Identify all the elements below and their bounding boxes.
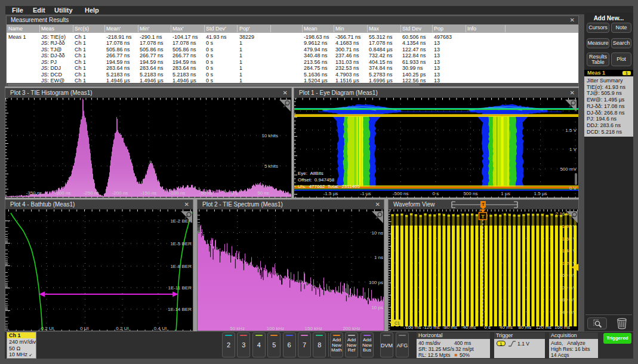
svg-text:480 mV: 480 mV — [559, 297, 576, 303]
svg-text:-80 ms: -80 ms — [443, 325, 457, 330]
svg-text:Eye: AllBits: Eye: AllBits — [298, 171, 323, 176]
svg-text:-200 ns: -200 ns — [112, 190, 128, 196]
svg-text:0.4 UI: 0.4 UI — [154, 326, 167, 331]
svg-text:1.68 V: 1.68 V — [562, 236, 577, 242]
svg-text:80 ms: 80 ms — [519, 325, 532, 330]
svg-text:500 ns: 500 ns — [463, 191, 477, 196]
svg-text:1.92 V: 1.92 V — [562, 224, 577, 229]
svg-text:200 kHz: 200 kHz — [343, 326, 360, 331]
svg-text:1E-14 BER: 1E-14 BER — [168, 307, 192, 312]
svg-text:0 UI: 0 UI — [80, 326, 89, 331]
svg-text:10 ps: 10 ps — [371, 305, 383, 310]
svg-text:Offset: 0.947458: Offset: 0.947458 — [298, 177, 335, 183]
svg-text:-300 ns: -300 ns — [55, 190, 71, 196]
svg-text:-0.2 UI: -0.2 UI — [39, 326, 54, 331]
svg-text:-350 ns: -350 ns — [26, 190, 42, 196]
svg-text:5 khits: 5 khits — [264, 164, 278, 169]
svg-text:-50 ns: -50 ns — [199, 190, 212, 196]
svg-text:160 ms: 160 ms — [554, 325, 570, 330]
svg-text:0 V: 0 V — [569, 186, 577, 191]
svg-text:100 kHz: 100 kHz — [267, 326, 284, 331]
svg-text:960 mV: 960 mV — [559, 273, 576, 278]
svg-text:-150 ns: -150 ns — [141, 190, 157, 196]
svg-text:-250 ns: -250 ns — [84, 190, 100, 196]
svg-text:500 mV: 500 mV — [560, 166, 577, 172]
svg-text:0 s: 0 s — [232, 190, 238, 196]
svg-text:C1: C1 — [394, 321, 400, 325]
svg-text:1.20 V: 1.20 V — [562, 261, 577, 266]
svg-text:1E-11 BER: 1E-11 BER — [168, 285, 192, 291]
svg-text:0 s: 0 s — [484, 325, 491, 330]
svg-text:0 s: 0 s — [432, 191, 439, 196]
svg-text:100 ps: 100 ps — [369, 280, 383, 285]
svg-text:1E-8 BER: 1E-8 BER — [170, 264, 192, 269]
svg-text:-1 µs: -1 µs — [360, 191, 371, 196]
svg-text:-160 ms: -160 ms — [404, 325, 421, 330]
svg-text:720 mV: 720 mV — [559, 285, 576, 291]
svg-text:1.5 µs: 1.5 µs — [534, 191, 547, 196]
svg-text:-1.5 µs: -1.5 µs — [323, 191, 338, 196]
svg-text:240 mV: 240 mV — [559, 310, 576, 315]
svg-text:10 khits: 10 khits — [261, 133, 278, 138]
svg-text:1.5 V: 1.5 V — [565, 128, 577, 133]
svg-text:1 V: 1 V — [569, 147, 577, 152]
svg-text:1.44 V: 1.44 V — [562, 248, 577, 254]
svg-text:1E-5 BER: 1E-5 BER — [170, 241, 192, 246]
svg-text:-500 ns: -500 ns — [393, 191, 409, 196]
svg-text:-120 ms: -120 ms — [423, 325, 440, 330]
svg-text:0.2 UI: 0.2 UI — [116, 326, 128, 331]
svg-text:50 ns: 50 ns — [257, 190, 269, 196]
svg-text:UIs: 477662 Total: 2311405: UIs: 477662 Total: 2311405 — [298, 184, 360, 189]
svg-text:-40 ms: -40 ms — [461, 325, 476, 330]
svg-text:T: T — [481, 214, 485, 220]
svg-text:1 ns: 1 ns — [374, 255, 383, 260]
svg-text:50 kHz: 50 kHz — [230, 326, 245, 331]
svg-text:T: T — [482, 202, 485, 207]
svg-text:120 ms: 120 ms — [536, 325, 551, 330]
svg-text:10 ns: 10 ns — [371, 230, 383, 236]
svg-text:150 kHz: 150 kHz — [305, 326, 322, 331]
svg-text:-100 ns: -100 ns — [169, 190, 186, 196]
svg-text:40 ms: 40 ms — [500, 325, 513, 330]
svg-text:1 µs: 1 µs — [501, 191, 510, 196]
